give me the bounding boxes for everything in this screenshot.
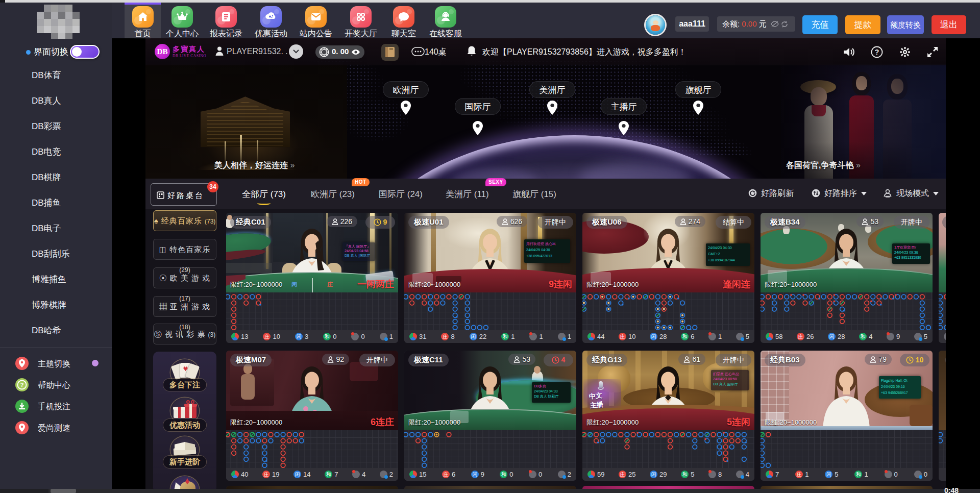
svg-text:?: ? (875, 48, 879, 56)
svg-text:?: ? (20, 382, 24, 388)
